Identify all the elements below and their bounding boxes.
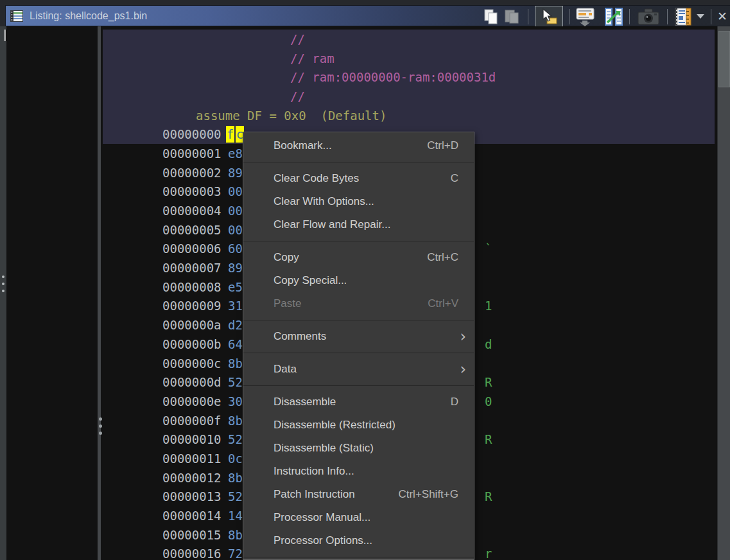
operand-tail[interactable]: `: [485, 241, 492, 256]
listing-icon: [10, 9, 24, 23]
address-field[interactable]: 00000013: [162, 489, 222, 503]
listing-line[interactable]: // ram: [6, 49, 717, 68]
close-icon[interactable]: ✕: [717, 9, 730, 24]
address-field[interactable]: 0000000b: [162, 337, 222, 351]
byte-field[interactable]: 14: [228, 509, 243, 523]
byte-field[interactable]: 60: [228, 241, 243, 256]
address-field[interactable]: 00000001: [162, 146, 222, 161]
menu-item-disassemble-restricted[interactable]: Disassemble (Restricted): [243, 414, 474, 437]
plate-comment[interactable]: // ram: [290, 51, 335, 66]
address-field[interactable]: 00000000: [162, 127, 222, 141]
menu-item-patch-instruction[interactable]: Patch InstructionCtrl+Shift+G: [243, 483, 474, 506]
byte-field[interactable]: e5: [228, 280, 243, 294]
copy-icon[interactable]: [483, 8, 500, 25]
byte-field[interactable]: e8: [228, 146, 243, 161]
address-field[interactable]: 00000015: [162, 528, 222, 542]
plate-comment[interactable]: //: [290, 32, 305, 46]
menu-item-disassemble[interactable]: DisassembleD: [243, 390, 474, 414]
menu-item-copy[interactable]: CopyCtrl+C: [243, 246, 474, 269]
menu-item-label: Data: [274, 363, 460, 376]
listing-titlebar[interactable]: Listing: shellcode_ps1.bin: [5, 5, 730, 26]
menu-item-clear-flow-and-repair[interactable]: Clear Flow and Repair...: [243, 213, 474, 236]
operand-tail[interactable]: R: [485, 489, 492, 503]
menu-item-label: Clear Code Bytes: [274, 172, 451, 185]
menu-shortcut: Ctrl+Shift+G: [398, 488, 458, 501]
address-field[interactable]: 00000004: [162, 204, 222, 218]
plate-comment[interactable]: //: [290, 89, 305, 103]
listing-line[interactable]: //: [6, 87, 717, 106]
address-field[interactable]: 00000011: [162, 451, 222, 466]
menu-item-clear-with-options[interactable]: Clear With Options...: [243, 190, 474, 213]
byte-field[interactable]: 8b: [228, 414, 243, 428]
byte-field[interactable]: 30: [228, 394, 243, 408]
byte-field[interactable]: 89: [228, 261, 243, 275]
byte-field[interactable]: 64: [228, 337, 243, 351]
byte-field[interactable]: 72: [228, 547, 243, 560]
listing-line[interactable]: assume DF = 0x0 (Default): [6, 106, 717, 125]
byte-field[interactable]: 89: [228, 166, 243, 180]
byte-field[interactable]: 00: [228, 184, 243, 198]
operand-tail[interactable]: R: [485, 432, 492, 446]
address-field[interactable]: 0000000d: [162, 375, 222, 389]
vertical-scrollbar[interactable]: [717, 26, 730, 560]
byte-field[interactable]: 00: [228, 204, 243, 218]
left-divider-strip[interactable]: [0, 26, 6, 560]
address-field[interactable]: 00000010: [162, 432, 222, 446]
address-field[interactable]: 00000016: [162, 547, 222, 560]
menu-item-label: Patch Instruction: [274, 488, 398, 501]
address-field[interactable]: 00000002: [162, 166, 222, 180]
cursor-hover-toggle-button[interactable]: [535, 6, 563, 27]
diff-view-icon[interactable]: [604, 7, 624, 26]
menu-item-copy-special[interactable]: Copy Special...: [243, 269, 474, 292]
address-field[interactable]: 00000008: [162, 280, 222, 294]
address-field[interactable]: 0000000e: [162, 394, 222, 408]
menu-item-comments[interactable]: Comments›: [243, 325, 474, 348]
address-field[interactable]: 00000006: [162, 241, 222, 256]
operand-tail[interactable]: 0: [485, 394, 492, 408]
snapshot-camera-icon[interactable]: [638, 8, 659, 26]
menu-separator: [243, 353, 474, 353]
address-field[interactable]: 00000005: [162, 223, 222, 237]
dropdown-caret-icon[interactable]: [697, 14, 704, 19]
menu-item-disassemble-static[interactable]: Disassemble (Static): [243, 437, 474, 460]
byte-field[interactable]: d2: [228, 318, 243, 332]
byte-field[interactable]: 52: [228, 375, 243, 389]
byte-field[interactable]: 31: [228, 299, 243, 313]
address-field[interactable]: 00000014: [162, 509, 222, 523]
menu-separator: [243, 385, 474, 386]
address-field[interactable]: 00000007: [162, 261, 222, 275]
menu-item-processor-manual[interactable]: Processor Manual...: [243, 506, 474, 529]
menu-separator: [243, 241, 474, 241]
operand-tail[interactable]: d: [485, 337, 492, 351]
address-field[interactable]: 00000009: [162, 299, 222, 313]
address-field[interactable]: 0000000a: [162, 318, 222, 332]
byte-field[interactable]: 0c: [228, 451, 243, 466]
operand-tail[interactable]: R: [485, 375, 492, 389]
listing-display-options-icon[interactable]: [674, 8, 692, 26]
byte-field[interactable]: 8b: [228, 356, 243, 371]
plate-comment[interactable]: // ram:00000000-ram:0000031d: [290, 70, 496, 84]
cursor-byte-highlight[interactable]: fc: [226, 126, 244, 143]
byte-field[interactable]: 00: [228, 223, 243, 237]
address-field[interactable]: 00000012: [162, 471, 222, 485]
operand-tail[interactable]: r: [485, 547, 492, 560]
menu-item-processor-options[interactable]: Processor Options...: [243, 529, 474, 552]
byte-field[interactable]: 52: [228, 489, 243, 503]
address-field[interactable]: 00000003: [162, 184, 222, 198]
margin-markers-icon[interactable]: [575, 7, 596, 26]
menu-item-clear-code-bytes[interactable]: Clear Code BytesC: [243, 167, 474, 190]
listing-line[interactable]: // ram:00000000-ram:0000031d: [6, 67, 717, 87]
highlighted-byte-char[interactable]: f: [226, 126, 234, 143]
listing-line[interactable]: //: [6, 30, 717, 49]
assume-register-line[interactable]: assume DF = 0x0 (Default): [196, 109, 387, 123]
menu-item-bookmark[interactable]: Bookmark...Ctrl+D: [243, 134, 474, 157]
address-field[interactable]: 0000000f: [162, 414, 222, 428]
byte-field[interactable]: 52: [228, 432, 243, 446]
byte-field[interactable]: 8b: [228, 528, 243, 542]
menu-item-data[interactable]: Data›: [243, 358, 474, 381]
scrollbar-thumb[interactable]: [718, 31, 730, 87]
byte-field[interactable]: 8b: [228, 471, 243, 485]
menu-item-instruction-info[interactable]: Instruction Info...: [243, 460, 474, 483]
address-field[interactable]: 0000000c: [162, 356, 222, 371]
operand-tail[interactable]: 1: [485, 299, 492, 313]
